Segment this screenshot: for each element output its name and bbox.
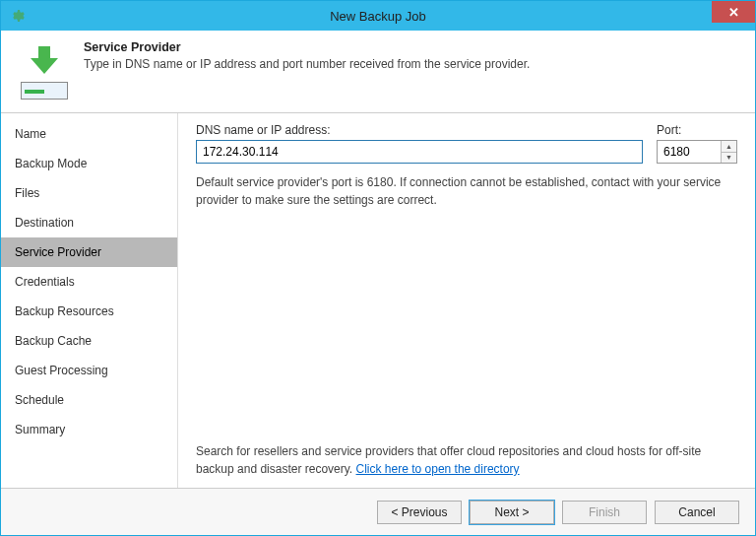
sidebar-item-files[interactable]: Files bbox=[1, 178, 177, 208]
sidebar-item-backup-resources[interactable]: Backup Resources bbox=[1, 297, 177, 326]
wizard-footer: < Previous Next > Finish Cancel bbox=[1, 488, 755, 535]
next-button[interactable]: Next > bbox=[470, 501, 554, 524]
sidebar-item-label: Service Provider bbox=[15, 245, 101, 259]
header-icon bbox=[17, 40, 72, 100]
open-directory-link[interactable]: Click here to open the directory bbox=[356, 462, 520, 476]
previous-button[interactable]: < Previous bbox=[377, 501, 462, 524]
content-pane: DNS name or IP address: Port: ▲ ▼ Defaul… bbox=[178, 113, 755, 488]
sidebar-item-service-provider[interactable]: Service Provider bbox=[1, 237, 177, 267]
port-label: Port: bbox=[657, 123, 737, 137]
sidebar-item-name[interactable]: Name bbox=[1, 119, 177, 149]
sidebar-item-backup-cache[interactable]: Backup Cache bbox=[1, 326, 177, 356]
sidebar-item-label: Summary bbox=[15, 423, 65, 436]
port-input[interactable] bbox=[658, 141, 721, 163]
dns-label: DNS name or IP address: bbox=[196, 123, 643, 137]
sidebar-item-label: Files bbox=[15, 186, 39, 200]
wizard-window: New Backup Job ✕ Service Provider Type i… bbox=[0, 0, 756, 536]
sidebar-item-label: Destination bbox=[15, 216, 74, 230]
sidebar-item-credentials[interactable]: Credentials bbox=[1, 267, 177, 297]
sidebar-item-label: Name bbox=[15, 127, 46, 141]
window-title: New Backup Job bbox=[1, 9, 755, 24]
close-button[interactable]: ✕ bbox=[712, 1, 755, 23]
directory-help-text: Search for resellers and service provide… bbox=[196, 442, 737, 478]
gear-icon bbox=[9, 8, 25, 24]
sidebar-item-label: Backup Cache bbox=[15, 334, 92, 348]
finish-button[interactable]: Finish bbox=[562, 501, 647, 524]
sidebar-item-guest-processing[interactable]: Guest Processing bbox=[1, 356, 177, 385]
wizard-body: Name Backup Mode Files Destination Servi… bbox=[1, 113, 755, 488]
sidebar-item-label: Credentials bbox=[15, 275, 75, 289]
tape-icon bbox=[21, 82, 68, 100]
header-subtitle: Type in DNS name or IP address and port … bbox=[84, 57, 530, 71]
sidebar-item-label: Guest Processing bbox=[15, 364, 108, 377]
titlebar: New Backup Job ✕ bbox=[1, 1, 755, 31]
sidebar-item-label: Schedule bbox=[15, 393, 64, 407]
download-arrow-icon bbox=[25, 40, 64, 80]
wizard-header: Service Provider Type in DNS name or IP … bbox=[1, 31, 755, 113]
port-spinner: ▲ ▼ bbox=[721, 141, 736, 163]
sidebar-item-backup-mode[interactable]: Backup Mode bbox=[1, 149, 177, 178]
cancel-button[interactable]: Cancel bbox=[655, 501, 739, 524]
port-help-text: Default service provider's port is 6180.… bbox=[196, 173, 737, 209]
dns-input[interactable] bbox=[196, 140, 643, 164]
sidebar-item-schedule[interactable]: Schedule bbox=[1, 385, 177, 415]
sidebar-item-destination[interactable]: Destination bbox=[1, 208, 177, 237]
sidebar-item-label: Backup Resources bbox=[15, 304, 114, 318]
sidebar-item-summary[interactable]: Summary bbox=[1, 415, 177, 444]
wizard-steps-sidebar: Name Backup Mode Files Destination Servi… bbox=[1, 113, 178, 488]
port-spin-down[interactable]: ▼ bbox=[722, 153, 736, 164]
close-icon: ✕ bbox=[728, 5, 739, 20]
header-title: Service Provider bbox=[84, 40, 530, 54]
port-spin-up[interactable]: ▲ bbox=[722, 141, 736, 153]
sidebar-item-label: Backup Mode bbox=[15, 157, 87, 170]
